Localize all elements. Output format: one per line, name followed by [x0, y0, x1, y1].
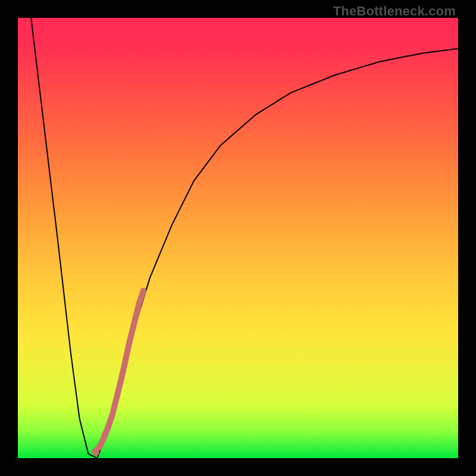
marker-group: [93, 431, 108, 456]
dot-c: [102, 431, 108, 437]
dot-a: [93, 450, 99, 456]
highlight-segment: [95, 291, 143, 452]
bottleneck-curve: [31, 18, 458, 458]
chart-svg: [18, 18, 458, 458]
plot-area: [18, 18, 458, 458]
chart-container: TheBottleneck.com: [0, 0, 476, 476]
watermark-text: TheBottleneck.com: [333, 4, 456, 19]
dot-b: [98, 442, 104, 448]
